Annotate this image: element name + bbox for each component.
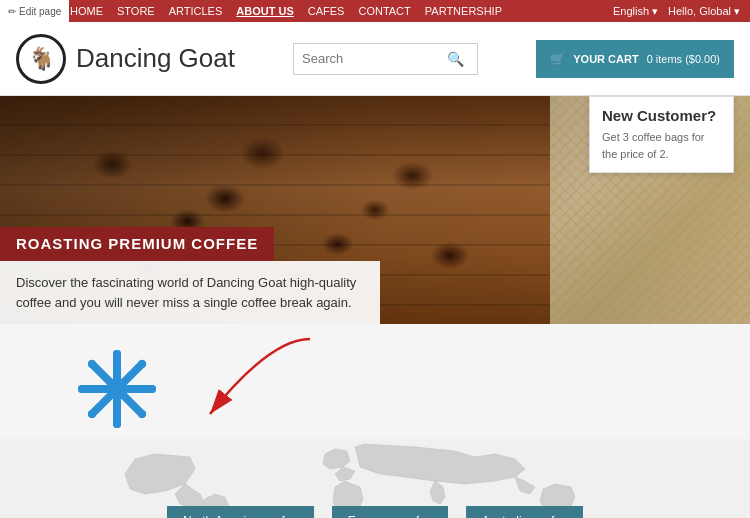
search-bar[interactable]: 🔍	[293, 43, 478, 75]
svg-point-16	[148, 385, 156, 393]
cart-icon: 🛒	[550, 52, 565, 66]
hero-desc-box: Discover the fascinating world of Dancin…	[0, 261, 380, 324]
australian-cafes-button[interactable]: Australian cafes	[466, 506, 583, 518]
map-buttons: North American cafes European cafes Aust…	[167, 506, 583, 518]
edit-page-label: Edit page	[19, 6, 61, 17]
svg-point-12	[88, 410, 96, 418]
cart-button[interactable]: 🛒 YOUR CART 0 items ($0.00)	[536, 40, 734, 78]
new-customer-heading: New Customer?	[602, 107, 721, 124]
svg-point-9	[88, 360, 96, 368]
nav-cafes[interactable]: CAFES	[308, 5, 345, 17]
svg-point-14	[113, 420, 121, 428]
svg-point-15	[78, 385, 86, 393]
user-menu[interactable]: Hello, Global ▾	[668, 5, 740, 18]
user-label: Hello, Global	[668, 5, 731, 17]
cart-label: YOUR CART	[573, 53, 638, 65]
logo-circle[interactable]: 🐐	[16, 34, 66, 84]
language-selector[interactable]: English ▾	[613, 5, 658, 18]
edit-icon: ✏	[8, 6, 16, 17]
new-customer-popup: New Customer? Get 3 coffee bags for the …	[589, 96, 734, 173]
edit-page-button[interactable]: ✏ Edit page	[0, 0, 69, 22]
map-section: North American cafes European cafes Aust…	[0, 439, 750, 518]
hero-title: ROASTING PREMIUM COFFEE	[16, 235, 258, 252]
nav-about-us[interactable]: ABOUT US	[236, 5, 293, 17]
loading-spinner	[72, 344, 162, 438]
hero-title-box: ROASTING PREMIUM COFFEE	[0, 227, 274, 261]
nav-home[interactable]: HOME	[70, 5, 103, 17]
hero-description: Discover the fascinating world of Dancin…	[16, 273, 364, 312]
top-nav: HOME STORE ARTICLES ABOUT US CAFES CONTA…	[70, 5, 502, 17]
north-america-cafes-button[interactable]: North American cafes	[167, 506, 314, 518]
language-label: English	[613, 5, 649, 17]
new-customer-text: Get 3 coffee bags for the price of 2.	[602, 129, 721, 162]
logo-area: 🐐 Dancing Goat	[16, 34, 235, 84]
logo-text: Dancing Goat	[76, 43, 235, 74]
svg-point-13	[113, 350, 121, 358]
nav-store[interactable]: STORE	[117, 5, 155, 17]
goat-icon: 🐐	[28, 46, 55, 72]
search-input[interactable]	[302, 51, 447, 66]
nav-partnership[interactable]: PARTNERSHIP	[425, 5, 502, 17]
hero-content: ROASTING PREMIUM COFFEE Discover the fas…	[0, 227, 550, 324]
svg-point-10	[138, 410, 146, 418]
european-cafes-button[interactable]: European cafes	[332, 506, 448, 518]
nav-articles[interactable]: ARTICLES	[169, 5, 223, 17]
svg-point-11	[138, 360, 146, 368]
cart-count: 0 items ($0.00)	[647, 53, 720, 65]
lang-chevron-icon: ▾	[652, 5, 658, 18]
search-icon: 🔍	[447, 51, 464, 67]
nav-contact[interactable]: CONTACT	[358, 5, 410, 17]
user-chevron-icon: ▾	[734, 5, 740, 18]
